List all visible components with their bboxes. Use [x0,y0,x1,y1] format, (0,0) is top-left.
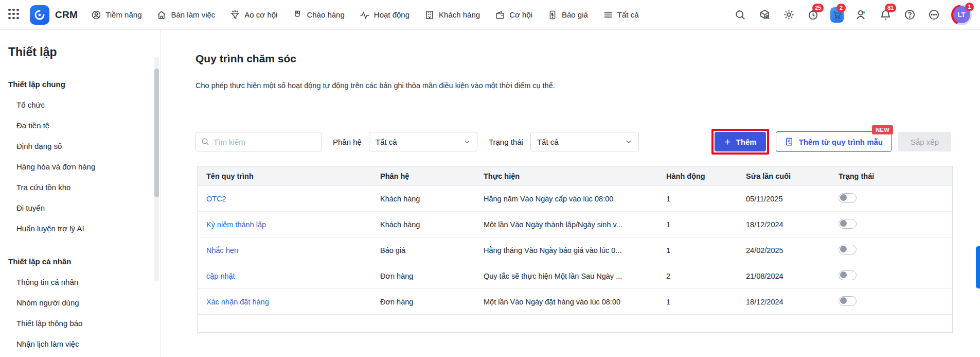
nav-item-1[interactable]: Tiềm năng [91,10,141,20]
search-icon[interactable] [734,8,747,22]
table-header-row: Tên quy trìnhPhân hệThực hiệnHành độngSử… [198,166,952,186]
nav-item-label: Bàn làm việc [171,10,215,19]
search-input[interactable] [213,138,316,146]
nav-item-8[interactable]: Báo giá [547,10,588,20]
cart-icon[interactable]: 2 [830,8,844,22]
sidebar-item[interactable]: Đi tuyến [16,197,160,218]
workflow-name-link[interactable]: Kỷ niệm thành lập [206,220,266,229]
cell-actions: 1 [657,246,737,254]
cart-count-badge: 2 [836,4,846,12]
module-filter-value: Tất cả [376,138,397,146]
receipt-icon [547,10,558,20]
cell-name: Nhắc hẹn [198,246,371,254]
crm-logo[interactable] [30,5,49,25]
help-icon[interactable] [903,8,916,22]
nav-item-label: Tất cả [617,10,639,19]
sidebar-item[interactable]: Nhận lịch làm việc [16,333,160,354]
cell-name: cập nhật [198,272,371,280]
sort-button-label: Sắp xếp [911,138,939,146]
nav-item-4[interactable]: Chào hàng [292,10,344,20]
cell-execution: Một lần Vào Ngày thành lập/Ngày sinh v..… [475,220,657,229]
cell-actions: 2 [657,272,737,280]
table-row: cập nhậtĐơn hàngQuy tắc sẽ thực hiện Một… [198,263,952,289]
workflow-name-link[interactable]: Xác nhận đặt hàng [206,298,269,306]
sidebar-item[interactable]: Nhóm người dùng [16,292,160,313]
main-content: Quy trình chăm sóc Cho phép thực hiện mộ… [161,30,980,357]
search-input-icon [201,137,209,146]
more-options-icon[interactable] [927,8,940,22]
sidebar-item[interactable]: Huấn luyện trợ lý AI [16,218,160,239]
nav-item-5[interactable]: Hoạt động [360,10,409,20]
cell-execution: Hằng năm Vào Ngày cấp vào lúc 08:00 [475,195,657,203]
table-row: OTC2Khách hàngHằng năm Vào Ngày cấp vào … [198,186,952,212]
gear-icon[interactable] [782,8,795,22]
sort-button[interactable]: Sắp xếp [898,132,951,151]
reminder-count-badge: 25 [812,4,824,12]
nav-item-7[interactable]: Cơ hội [495,10,532,20]
add-from-template-button[interactable]: Thêm từ quy trình mẫu NEW [776,131,892,152]
status-toggle-off[interactable] [839,296,857,306]
add-button[interactable]: Thêm [715,132,766,151]
cell-status [830,193,952,205]
table-footer [198,315,952,332]
status-toggle-off[interactable] [839,270,857,280]
avatar[interactable]: LT 1 [951,5,972,25]
bell-icon[interactable]: 81 [879,8,892,22]
nav-item-2[interactable]: Bàn làm việc [156,10,215,20]
topbar-actions: 25 2 81 [734,5,972,25]
activity-icon [360,10,370,20]
status-toggle-off[interactable] [839,193,857,203]
sidebar-item[interactable]: Tra cứu tồn kho [16,177,160,197]
cell-execution: Một lần Vào Ngày đặt hàng vào lúc 08:00 [475,298,657,306]
reminder-clock-icon[interactable]: 25 [806,8,819,22]
app-grid-icon[interactable] [8,9,21,21]
workflow-name-link[interactable]: OTC2 [206,195,226,203]
status-filter-select[interactable]: Tất cả [530,132,639,151]
table-row: Nhắc hẹnBáo giáHằng tháng Vào Ngày báo g… [198,237,952,263]
sidebar-item[interactable]: Định dạng số [16,135,160,156]
nav-item-3[interactable]: Ao cơ hội [230,10,277,20]
sidebar-item[interactable]: Thông tin cá nhân [16,271,160,292]
status-toggle-off[interactable] [839,245,857,254]
nav-item-label: Ao cơ hội [244,10,277,19]
sidebar-section-header: Thiết lập chung [8,74,160,94]
magnet-icon [292,10,302,20]
status-toggle-off[interactable] [839,219,857,229]
table-row: Xác nhận đặt hàngĐơn hàngMột lần Vào Ngà… [198,289,952,315]
menu-icon [603,10,613,20]
page-description: Cho phép thực hiện một số hoạt động tự đ… [195,81,555,90]
sidebar-item[interactable]: Thiết lập thông báo [16,313,160,333]
sidebar-scrollbar-thumb[interactable] [154,69,159,197]
sidebar-item[interactable]: Hàng hóa và đơn hàng [16,156,160,177]
status-filter-value: Tất cả [537,138,559,146]
building-icon [424,10,435,20]
sidebar-item[interactable]: Tổ chức [16,94,160,115]
nav-item-label: Báo giá [562,10,588,19]
workflow-name-link[interactable]: cập nhật [206,272,235,280]
workflow-table: Tên quy trìnhPhân hệThực hiệnHành độngSử… [197,166,953,333]
page-title: Quy trình chăm sóc [195,53,296,65]
nav-item-6[interactable]: Khách hàng [424,10,480,20]
sidebar-item[interactable]: Đa tiền tệ [16,115,160,135]
page-scrollbar-thumb[interactable] [976,246,980,288]
cell-actions: 1 [657,220,737,229]
nav-item-9[interactable]: Tất cả [603,10,639,20]
add-button-label: Thêm [736,138,757,146]
new-badge: NEW [872,125,893,134]
cell-last-modified: 21/08/2024 [737,272,830,280]
module-filter-label: Phân hệ [333,138,362,146]
workflow-name-link[interactable]: Nhắc hẹn [206,246,238,254]
plus-icon [724,138,732,146]
column-header: Thực hiện [475,172,657,180]
nav-item-label: Khách hàng [439,10,480,19]
module-filter-select[interactable]: Tất cả [369,132,477,151]
nav-item-label: Cơ hội [509,10,532,19]
sidebar-title: Thiết lập [8,45,160,59]
nav-item-label: Hoạt động [374,10,409,19]
cell-name: Xác nhận đặt hàng [198,298,371,306]
add-user-icon[interactable] [854,8,868,22]
home-icon [156,10,167,20]
brand-name: CRM [55,9,78,21]
sidebar-section-header: Thiết lập cá nhân [8,251,160,271]
product-lookup-icon[interactable] [758,8,771,22]
